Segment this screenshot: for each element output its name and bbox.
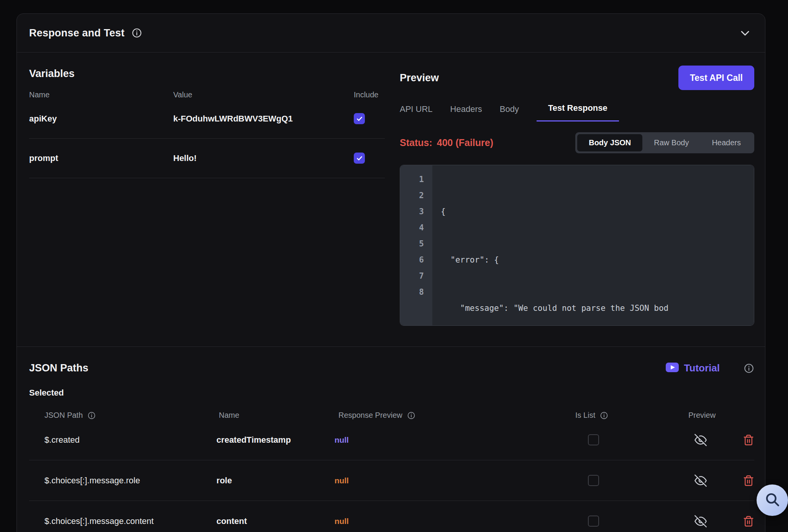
panel-title: Response and Test: [29, 27, 125, 39]
trash-icon[interactable]: [743, 475, 754, 486]
variable-value-input[interactable]: k-FOduhwLWRdBWV3EWgQ1: [173, 114, 340, 124]
magnifier-icon: [764, 491, 780, 509]
variable-name: apiKey: [29, 114, 173, 124]
variables-title: Variables: [29, 68, 385, 80]
toggle-body-json[interactable]: Body JSON: [577, 134, 642, 151]
chevron-down-icon[interactable]: [738, 26, 752, 40]
json-paths-header-row: JSON Path Name Response Preview Is List …: [29, 411, 754, 420]
code-line-numbers: 1 2 3 4 5 6 7 8: [400, 165, 432, 325]
variable-row-prompt: prompt Hello!: [29, 139, 385, 178]
json-path-name: createdTimestamp: [217, 435, 335, 445]
variables-header-row: Name Value Include: [29, 90, 385, 99]
column-header-name: Name: [29, 90, 173, 99]
include-checkbox[interactable]: [354, 153, 365, 164]
body-view-toggle: Body JSON Raw Body Headers: [575, 132, 754, 153]
info-icon[interactable]: [744, 363, 754, 374]
section-divider: [17, 346, 765, 347]
trash-icon[interactable]: [743, 516, 754, 527]
json-path-name: content: [217, 516, 335, 526]
info-icon[interactable]: [600, 411, 608, 420]
column-header-name: Name: [219, 411, 338, 420]
response-preview-value: null: [335, 435, 349, 445]
json-path-row: $.created createdTimestamp null: [29, 420, 754, 460]
tab-test-response[interactable]: Test Response: [537, 103, 619, 122]
code-content: { "error": { "message": "We could not pa…: [432, 165, 754, 325]
test-api-call-button[interactable]: Test API Call: [678, 66, 754, 90]
json-paths-section: JSON Paths Tutorial Selected JSON Path: [17, 362, 765, 532]
json-path-value: $.choices[:].message.content: [29, 516, 217, 526]
json-path-row: $.choices[:].message.content content nul…: [29, 501, 754, 532]
variable-value-input[interactable]: Hello!: [173, 153, 340, 163]
status-text: Status: 400 (Failure): [400, 137, 493, 148]
json-path-name: role: [217, 476, 335, 486]
status-value: 400 (Failure): [437, 137, 493, 148]
column-header-preview: Preview: [660, 411, 754, 420]
json-path-value: $.choices[:].message.role: [29, 476, 217, 486]
is-list-checkbox[interactable]: [588, 516, 599, 527]
variable-row-apikey: apiKey k-FOduhwLWRdBWV3EWgQ1: [29, 99, 385, 139]
panel-header: Response and Test: [17, 14, 765, 52]
toggle-raw-body[interactable]: Raw Body: [642, 134, 700, 151]
response-preview-value: null: [335, 476, 349, 485]
youtube-icon: [666, 363, 679, 374]
json-path-row: $.choices[:].message.role role null: [29, 460, 754, 501]
tutorial-label: Tutorial: [684, 362, 720, 374]
json-path-value: $.created: [29, 435, 217, 445]
tab-api-url[interactable]: API URL: [400, 104, 433, 122]
tutorial-link[interactable]: Tutorial: [666, 362, 720, 374]
column-header-response-preview: Response Preview: [338, 411, 402, 420]
is-list-checkbox[interactable]: [588, 434, 599, 445]
preview-section: Preview Test API Call API URL Headers Bo…: [400, 68, 754, 346]
eye-off-icon[interactable]: [694, 475, 707, 487]
column-header-include: Include: [340, 90, 385, 99]
column-header-is-list: Is List: [575, 411, 595, 420]
selected-label: Selected: [29, 388, 754, 398]
status-label: Status:: [400, 137, 432, 148]
is-list-checkbox[interactable]: [588, 475, 599, 486]
help-fab[interactable]: [757, 484, 788, 516]
preview-tabs: API URL Headers Body Test Response: [400, 103, 754, 122]
info-icon[interactable]: [131, 28, 142, 38]
variable-name: prompt: [29, 153, 173, 163]
response-and-test-panel: Response and Test Variables Name Value I…: [16, 13, 765, 532]
tab-body[interactable]: Body: [500, 104, 519, 122]
eye-off-icon[interactable]: [694, 515, 707, 527]
trash-icon[interactable]: [743, 434, 754, 446]
toggle-headers[interactable]: Headers: [700, 134, 752, 151]
response-body-code[interactable]: 1 2 3 4 5 6 7 8 { "error": { "message": …: [400, 165, 754, 326]
column-header-json-path: JSON Path: [44, 411, 83, 420]
main-area: Variables Name Value Include apiKey k-FO…: [17, 53, 765, 346]
info-icon[interactable]: [87, 411, 96, 420]
column-header-value: Value: [173, 90, 340, 99]
json-paths-title: JSON Paths: [29, 362, 89, 374]
preview-title: Preview: [400, 72, 439, 84]
info-icon[interactable]: [407, 411, 415, 420]
tab-headers[interactable]: Headers: [450, 104, 482, 122]
include-checkbox[interactable]: [354, 113, 365, 124]
response-preview-value: null: [335, 517, 349, 526]
eye-off-icon[interactable]: [694, 434, 707, 446]
variables-section: Variables Name Value Include apiKey k-FO…: [29, 68, 385, 346]
